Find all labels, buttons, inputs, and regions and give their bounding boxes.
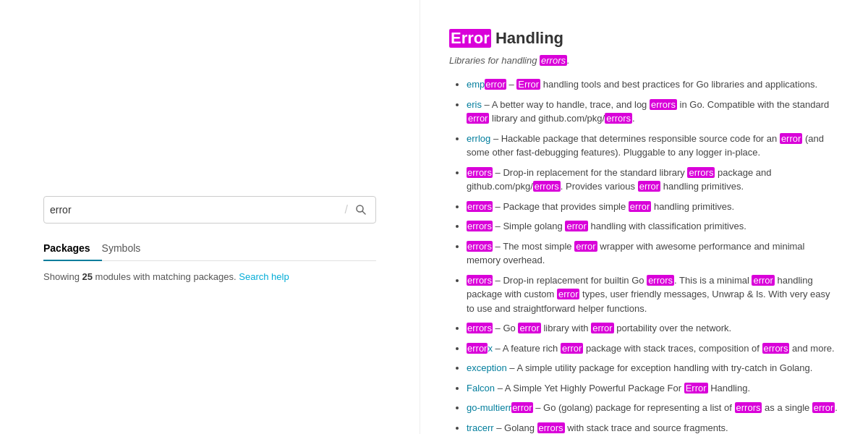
left-panel: / Packages Symbols Showing 25 modules wi… (0, 0, 420, 434)
pkg-link-errors5[interactable]: errors (467, 275, 493, 286)
pkg-link-errors1[interactable]: errors (467, 167, 493, 178)
pkg-desc: – The most simple error wrapper with awe… (467, 241, 804, 266)
search-button[interactable] (352, 203, 370, 217)
list-item: eris – A better way to handle, trace, an… (467, 98, 839, 126)
pkg-desc: – A better way to handle, trace, and log… (467, 99, 829, 124)
svg-line-1 (362, 211, 365, 214)
right-panel: Error Handling Libraries for handling er… (420, 0, 868, 434)
pkg-link-errors2[interactable]: errors (467, 201, 493, 212)
pkg-link-go-multierror[interactable]: go-multierrerror (467, 402, 533, 413)
pkg-link-tracerr[interactable]: tracerr (467, 422, 494, 433)
list-item: errors – Simple golang error handling wi… (467, 219, 839, 234)
category-title: Error Handling (449, 29, 839, 48)
pkg-desc: – Simple golang error handling with clas… (495, 221, 746, 231)
tab-symbols[interactable]: Symbols (102, 237, 153, 261)
pkg-link-errors6[interactable]: errors (467, 323, 493, 333)
search-help-link[interactable]: Search help (239, 271, 289, 282)
pkg-link-exception[interactable]: exception (467, 362, 507, 373)
pkg-link-falcon[interactable]: Falcon (467, 383, 495, 393)
pkg-link-errors3[interactable]: errors (467, 221, 493, 231)
pkg-desc: – A simple utility package for exception… (509, 362, 812, 373)
pkg-desc: – Go error library with error portabilit… (495, 323, 732, 333)
list-item: tracerr – Golang errors with stack trace… (467, 421, 839, 435)
list-item: errors – Package that provides simple er… (467, 200, 839, 214)
list-item: errors – Drop-in replacement for builtin… (467, 273, 839, 316)
list-item: emperror – Error handling tools and best… (467, 77, 839, 92)
pkg-desc: – Go (golang) package for representing a… (535, 402, 838, 413)
title-highlight: Error (449, 29, 491, 48)
title-rest: Handling (491, 29, 563, 48)
pkg-desc: – Drop-in replacement for the standard l… (467, 167, 772, 192)
pkg-link-errlog[interactable]: errlog (467, 133, 490, 144)
pkg-link-errorx[interactable]: errorx (467, 343, 493, 354)
search-icon (355, 204, 367, 216)
pkg-link-errors4[interactable]: errors (467, 241, 493, 252)
category-subtitle: Libraries for handling errors. (449, 55, 839, 66)
list-item: errors – Drop-in replacement for the sta… (467, 166, 839, 194)
pkg-link-emperror[interactable]: emperror (467, 79, 506, 90)
results-info: Showing 25 modules with matching package… (43, 271, 289, 282)
tab-packages[interactable]: Packages (43, 237, 102, 261)
list-item: errorx – A feature rich error package wi… (467, 341, 839, 356)
pkg-desc: – Golang errors with stack trace and sou… (496, 422, 728, 433)
pkg-desc: – Drop-in replacement for builtin Go err… (467, 275, 830, 314)
pkg-desc: – A Simple Yet Highly Powerful Package F… (498, 383, 750, 393)
pkg-desc: – A feature rich error package with stac… (495, 343, 835, 354)
list-item: errors – The most simple error wrapper w… (467, 239, 839, 268)
pkg-desc: – Hackable package that determines respo… (467, 133, 824, 158)
pkg-desc: – Error handling tools and best practice… (509, 79, 817, 90)
pkg-desc: – Package that provides simple error han… (495, 201, 735, 212)
search-box: / (43, 196, 376, 224)
list-item: errors – Go error library with error por… (467, 321, 839, 336)
results-count: 25 (82, 271, 92, 282)
list-item: exception – A simple utility package for… (467, 361, 839, 375)
list-item: errlog – Hackable package that determine… (467, 132, 839, 160)
search-divider: / (345, 203, 348, 216)
list-item: Falcon – A Simple Yet Highly Powerful Pa… (467, 381, 839, 396)
pkg-link-eris[interactable]: eris (467, 99, 482, 110)
package-list: emperror – Error handling tools and best… (449, 77, 839, 434)
list-item: go-multierrerror – Go (golang) package f… (467, 401, 839, 415)
tabs-bar: Packages Symbols (43, 237, 376, 261)
search-input[interactable] (50, 204, 341, 216)
subtitle-highlight: errors (540, 55, 567, 66)
